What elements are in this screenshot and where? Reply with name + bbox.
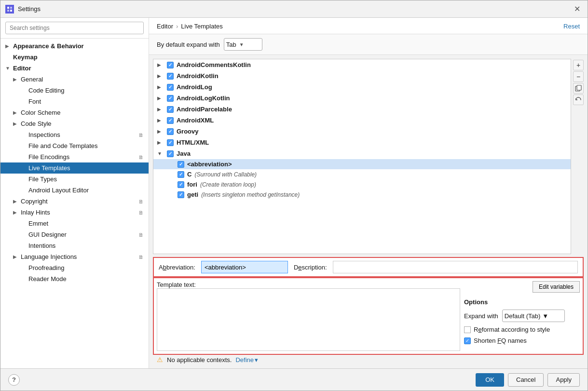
group-name: HTML/XML <box>177 139 209 146</box>
chevron-icon: ▶ <box>13 110 21 115</box>
sidebar-item-appearance[interactable]: ▶ Appearance & Behavior <box>0 40 149 52</box>
define-link[interactable]: Define ▾ <box>235 356 258 364</box>
group-name: Java <box>177 150 191 157</box>
template-group-header[interactable]: ▶ AndroidCommentsKotlin <box>153 59 571 70</box>
dropdown-arrow-icon: ▼ <box>542 312 548 320</box>
sidebar-item-label: Reader Mode <box>28 275 144 283</box>
sidebar-item-file-types[interactable]: File Types <box>0 174 149 185</box>
template-group-android-parcelable: ▶ AndroidParcelable <box>153 104 571 115</box>
reformat-checkbox[interactable] <box>464 326 471 333</box>
svg-rect-2 <box>10 7 12 9</box>
sidebar-item-general[interactable]: ▶ General <box>0 74 149 85</box>
shorten-fq-checkbox-row[interactable]: Shorten FQ names <box>464 337 580 344</box>
template-group-header[interactable]: ▶ AndroidLog <box>153 81 571 93</box>
sidebar-item-emmet[interactable]: Emmet <box>0 218 149 229</box>
item-checkbox[interactable] <box>178 161 184 168</box>
group-name: Groovy <box>177 128 199 135</box>
group-chevron-icon: ▶ <box>157 140 164 145</box>
template-group-header[interactable]: ▶ HTML/XML <box>153 137 571 148</box>
item-checkbox[interactable] <box>178 171 184 178</box>
sidebar-tree: ▶ Appearance & Behavior Keymap ▼ Editor … <box>0 39 149 368</box>
expand-with-select[interactable]: Tab ▼ <box>224 38 262 51</box>
sidebar-item-intentions[interactable]: Intentions <box>0 240 149 251</box>
abbreviation-input[interactable] <box>201 261 288 273</box>
sidebar-item-android-layout-editor[interactable]: Android Layout Editor <box>0 185 149 196</box>
group-name: AndroidParcelable <box>177 106 232 113</box>
edit-variables-button[interactable]: Edit variables <box>533 281 580 293</box>
description-input[interactable] <box>333 261 578 273</box>
breadcrumb-page: Live Templates <box>181 23 222 30</box>
sidebar-item-code-editing[interactable]: Code Editing <box>0 85 149 96</box>
group-checkbox[interactable] <box>167 128 174 135</box>
ok-button[interactable]: OK <box>476 373 504 387</box>
template-item-geti[interactable]: geti (Inserts singleton method getInstan… <box>153 189 571 200</box>
no-context-text: No applicable contexts. <box>167 356 232 364</box>
group-checkbox[interactable] <box>167 106 174 113</box>
sidebar-item-live-templates[interactable]: Live Templates <box>0 162 149 174</box>
sidebar-item-proofreading[interactable]: Proofreading <box>0 262 149 273</box>
item-checkbox[interactable] <box>178 181 184 188</box>
apply-button[interactable]: Apply <box>547 373 580 387</box>
sidebar-item-inlay-hints[interactable]: ▶ Inlay Hints 🗎 <box>0 207 149 218</box>
search-input[interactable] <box>5 22 144 34</box>
sidebar-item-label: Color Scheme <box>21 109 144 116</box>
template-group-header[interactable]: ▶ AndroidKotlin <box>153 70 571 81</box>
group-checkbox[interactable] <box>167 84 174 91</box>
sidebar-item-language-injections[interactable]: ▶ Language Injections 🗎 <box>0 251 149 262</box>
shorten-fq-checkbox[interactable] <box>464 337 471 344</box>
reset-link[interactable]: Reset <box>563 23 580 30</box>
group-checkbox[interactable] <box>167 95 174 102</box>
group-name: AndroidKotlin <box>177 72 219 80</box>
group-checkbox[interactable] <box>167 150 174 157</box>
sidebar-item-keymap[interactable]: Keymap <box>0 52 149 63</box>
description-label: Description: <box>294 264 327 271</box>
group-chevron-icon: ▶ <box>157 129 164 134</box>
group-checkbox[interactable] <box>167 117 174 124</box>
template-item-c[interactable]: C (Surround with Callable) <box>153 169 571 179</box>
group-checkbox[interactable] <box>167 62 174 68</box>
dialog-footer: ? OK Cancel Apply <box>0 368 588 391</box>
help-button[interactable]: ? <box>8 374 20 386</box>
options-label: Options <box>464 298 580 306</box>
expand-with-select[interactable]: Default (Tab) ▼ <box>502 310 565 322</box>
template-text-editor[interactable] <box>157 288 460 351</box>
main-content: Editor › Live Templates Reset By default… <box>149 18 588 368</box>
template-group-header[interactable]: ▶ AndroidXML <box>153 115 571 126</box>
badge-icon: 🗎 <box>138 199 144 204</box>
restore-button[interactable] <box>573 94 584 105</box>
dropdown-arrow-icon: ▼ <box>239 42 244 47</box>
sidebar-item-copyright[interactable]: ▶ Copyright 🗎 <box>0 196 149 207</box>
reformat-checkbox-row[interactable]: Reformat according to style <box>464 326 580 333</box>
sidebar-item-color-scheme[interactable]: ▶ Color Scheme <box>0 107 149 118</box>
sidebar-item-reader-mode[interactable]: Reader Mode <box>0 273 149 284</box>
group-chevron-icon: ▶ <box>157 62 164 67</box>
sidebar-item-inspections[interactable]: Inspections 🗎 <box>0 129 149 140</box>
sidebar-item-label: Inspections <box>28 131 137 138</box>
template-group-java-header[interactable]: ▼ Java <box>153 148 571 159</box>
sidebar-item-file-code-templates[interactable]: File and Code Templates <box>0 140 149 151</box>
sidebar-item-label: Emmet <box>28 220 144 227</box>
title-bar: Settings ✕ <box>0 0 588 18</box>
sidebar-item-label: Code Style <box>21 120 144 127</box>
sidebar-item-editor[interactable]: ▼ Editor <box>0 63 149 74</box>
close-button[interactable]: ✕ <box>571 3 583 15</box>
template-group-header[interactable]: ▶ AndroidParcelable <box>153 104 571 115</box>
remove-button[interactable]: − <box>573 71 584 82</box>
template-group-header[interactable]: ▶ Groovy <box>153 126 571 137</box>
template-group-header[interactable]: ▶ AndroidLogKotlin <box>153 93 571 104</box>
item-checkbox[interactable] <box>178 191 184 198</box>
sidebar-item-file-encodings[interactable]: File Encodings 🗎 <box>0 151 149 162</box>
cancel-button[interactable]: Cancel <box>508 373 544 387</box>
sidebar-item-code-style[interactable]: ▶ Code Style <box>0 118 149 129</box>
group-checkbox[interactable] <box>167 139 174 146</box>
template-group-android-comments-kotlin: ▶ AndroidCommentsKotlin <box>153 59 571 70</box>
sidebar-item-font[interactable]: Font <box>0 96 149 107</box>
group-chevron-icon: ▶ <box>157 95 164 101</box>
sidebar-item-gui-designer[interactable]: GUI Designer 🗎 <box>0 229 149 240</box>
template-item-fori[interactable]: fori (Create iteration loop) <box>153 179 571 189</box>
template-item-abbreviation[interactable]: <abbreviation> <box>153 159 571 169</box>
copy-button[interactable] <box>573 83 584 94</box>
item-name: fori <box>187 181 197 188</box>
add-button[interactable]: + <box>573 60 584 70</box>
group-checkbox[interactable] <box>167 73 174 80</box>
